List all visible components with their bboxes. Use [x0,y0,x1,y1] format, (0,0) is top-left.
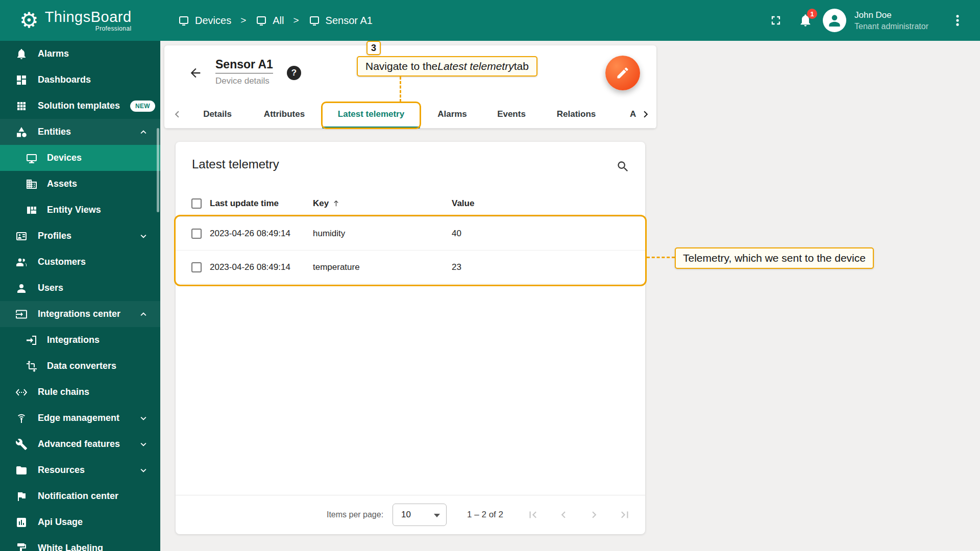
api-usage-icon [15,516,28,529]
entity-views-icon [26,204,38,216]
row-checkbox[interactable] [191,229,202,239]
notifications-button[interactable]: 1 [793,8,818,33]
tab-attributes[interactable]: Attributes [264,99,305,129]
bell-icon [15,48,28,60]
table-row[interactable]: 2023-04-26 08:49:14 humidity 40 [176,217,645,251]
data-converters-icon [26,360,38,372]
chevron-up-icon [138,127,149,138]
column-header-key[interactable]: Key [313,190,340,217]
active-tab-underline [322,127,420,129]
last-page-button[interactable] [614,504,636,526]
sidebar-item-entity-views[interactable]: Entity Views [0,197,160,223]
column-header-time[interactable]: Last update time [210,190,279,217]
page-title: Sensor A1 [215,58,273,73]
sidebar-item-notification-center[interactable]: Notification center [0,483,160,509]
help-icon: ? [291,68,297,78]
chevron-left-icon [557,508,570,521]
cell-key: humidity [313,217,345,251]
table-row[interactable]: 2023-04-26 08:49:14 temperature 23 [176,251,645,284]
column-header-value[interactable]: Value [452,190,474,217]
sidebar-item-api-usage[interactable]: Api Usage [0,509,160,535]
back-button[interactable] [186,64,205,82]
telemetry-note-callout: Telemetry, which we sent to the device [675,247,874,269]
tab-events[interactable]: Events [497,99,526,129]
search-button[interactable] [611,155,634,178]
previous-page-button[interactable] [552,504,575,526]
tab-relations[interactable]: Relations [557,99,596,129]
sidebar-item-rule-chains[interactable]: Rule chains [0,379,160,405]
users-icon [15,282,28,294]
sidebar-scrollbar[interactable] [157,128,159,212]
first-page-icon [526,508,540,521]
sidebar-item-advanced-features[interactable]: Advanced features [0,431,160,457]
tab-latest-telemetry[interactable]: Latest telemetry [338,99,404,129]
chevron-down-icon [138,413,149,424]
fullscreen-button[interactable] [764,8,788,33]
first-page-button[interactable] [522,504,544,526]
row-checkbox[interactable] [191,262,202,272]
white-labeling-icon [15,542,28,551]
sidebar-item-profiles[interactable]: Profiles [0,223,160,249]
chevron-down-icon [138,465,149,476]
sidebar-item-entities[interactable]: Entities [0,119,160,145]
cell-value: 23 [452,251,461,284]
items-per-page-select[interactable]: 10 [393,504,447,526]
profiles-icon [15,230,28,242]
user-avatar[interactable] [823,9,846,32]
breadcrumb-item-devices[interactable]: Devices [178,14,231,27]
sidebar-item-solution-templates[interactable]: Solution templates NEW [0,93,160,119]
tab-details[interactable]: Details [203,99,232,129]
app-header: ⚙ ThingsBoard Professional Devices > All… [0,0,980,41]
select-all-checkbox[interactable] [191,198,202,209]
tab-clipped[interactable]: A [630,99,636,129]
resources-icon [15,464,28,477]
new-badge: NEW [130,101,155,112]
help-button[interactable]: ? [287,66,301,80]
breadcrumb-item-all[interactable]: All [255,14,284,27]
header-menu-button[interactable] [945,8,970,33]
more-vert-icon [950,13,965,28]
tabs-scroll-left-button[interactable] [170,108,184,121]
page-subtitle: Device details [215,76,273,86]
sidebar-item-alarms[interactable]: Alarms [0,41,160,67]
sidebar-item-edge-management[interactable]: Edge management [0,405,160,431]
brand-title: ThingsBoard [45,9,132,26]
sidebar-item-resources[interactable]: Resources [0,457,160,483]
chevron-down-icon [138,439,149,450]
tab-alarms[interactable]: Alarms [437,99,467,129]
sidebar-item-data-converters[interactable]: Data converters [0,353,160,379]
rule-chains-icon [15,386,28,398]
app-logo[interactable]: ⚙ ThingsBoard Professional [0,9,160,32]
sidebar-item-assets[interactable]: Assets [0,171,160,197]
chevron-right-icon [639,108,652,121]
next-page-button[interactable] [583,504,605,526]
tabs-scroll-right-button[interactable] [639,108,652,121]
notification-badge: 1 [807,9,817,19]
devices-icon [255,14,267,27]
advanced-features-icon [15,438,28,450]
sidebar-item-users[interactable]: Users [0,275,160,301]
sidebar: Alarms Dashboards Solution templates NEW… [0,41,160,551]
cell-value: 40 [452,217,461,251]
devices-icon [26,152,38,164]
breadcrumb-item-sensor-a1[interactable]: Sensor A1 [308,14,373,27]
sidebar-item-white-labeling[interactable]: White Labeling [0,535,160,551]
chevron-right-icon [587,508,601,521]
sidebar-item-customers[interactable]: Customers [0,249,160,275]
brand-subtitle: Professional [45,25,132,32]
edit-device-button[interactable] [605,56,640,90]
thingsboard-gear-icon: ⚙ [19,10,39,31]
dropdown-caret-icon [434,514,440,517]
sidebar-item-dashboards[interactable]: Dashboards [0,67,160,93]
sidebar-item-integrations-center[interactable]: Integrations center [0,301,160,327]
pagination-range-label: 1 – 2 of 2 [467,510,503,520]
sidebar-item-integrations[interactable]: Integrations [0,327,160,353]
person-icon [826,12,843,29]
sidebar-item-devices[interactable]: Devices [0,145,160,171]
table-title: Latest telemetry [192,157,279,171]
chevron-up-icon [138,309,149,320]
devices-icon [178,14,190,27]
sort-ascending-icon [332,199,340,208]
last-page-icon [618,508,631,521]
arrow-back-icon [188,66,203,80]
